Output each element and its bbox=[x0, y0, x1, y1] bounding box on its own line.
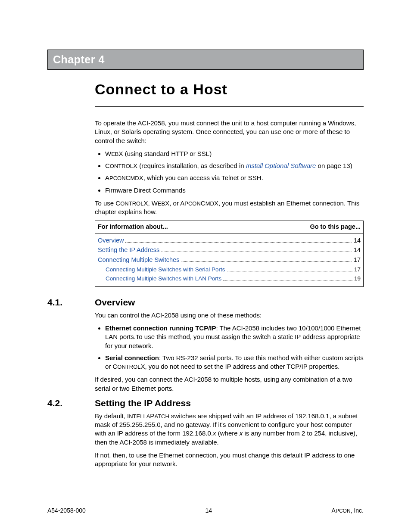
toc-body: Overview14Setting the IP Address14Connec… bbox=[95, 233, 363, 286]
paragraph: You can control the ACI-2058 using one o… bbox=[95, 311, 364, 320]
toc-row: Setting the IP Address14 bbox=[98, 246, 361, 255]
text-sc: ONTROL bbox=[110, 163, 133, 169]
text-sc: PCON bbox=[336, 508, 351, 514]
section-heading-4-1: 4.1. Overview bbox=[47, 297, 364, 308]
text: X, you do not need to set the IP address… bbox=[141, 363, 340, 370]
toc-page-number: 17 bbox=[354, 266, 361, 274]
text: X (using standard HTTP or SSL) bbox=[119, 150, 212, 157]
text-sc: MD bbox=[130, 175, 139, 181]
text-sc: MD bbox=[206, 200, 214, 207]
text-sc: ONTROL bbox=[117, 364, 140, 370]
paragraph: By default, INTELLAPATCH switches are sh… bbox=[95, 412, 364, 447]
toc-leader-dots bbox=[223, 276, 352, 280]
footer-page-number: 14 bbox=[205, 507, 212, 514]
section-number: 4.1. bbox=[47, 297, 95, 308]
section-title: Setting the IP Address bbox=[95, 398, 191, 408]
text-sc: NTELLA bbox=[129, 413, 150, 420]
text: C bbox=[105, 162, 110, 169]
document-page: Chapter 4 Connect to a Host To operate t… bbox=[0, 0, 411, 532]
toc-row: Connecting Multiple Switches with Serial… bbox=[98, 266, 361, 274]
footer-company: APCON, Inc. bbox=[332, 507, 364, 514]
bold-text: Ethernet connection running TCP/IP bbox=[105, 324, 216, 332]
toc-row: Overview14 bbox=[98, 236, 361, 245]
section-number: 4.2. bbox=[47, 398, 95, 408]
text: X (requires installation, as described i… bbox=[133, 162, 246, 169]
toc-link[interactable]: Overview bbox=[98, 236, 124, 245]
toc-page-number: 14 bbox=[354, 246, 361, 255]
toc-leader-dots bbox=[125, 237, 352, 243]
text-sc: PCON bbox=[109, 175, 126, 181]
list-item: CONTROLX (requires installation, as desc… bbox=[105, 162, 364, 170]
paragraph: If desired, you can connect the ACI-2058… bbox=[95, 375, 364, 393]
toc-leader-dots bbox=[227, 267, 352, 271]
text-sc: EB bbox=[111, 151, 118, 157]
toc-header: For information about... Go to this page… bbox=[95, 221, 363, 233]
mini-toc: For information about... Go to this page… bbox=[95, 221, 364, 287]
text: , Inc. bbox=[351, 507, 364, 514]
list-item: Serial connection: Two RS-232 serial por… bbox=[105, 354, 364, 371]
intro-paragraph: To operate the ACI-2058, you must connec… bbox=[95, 119, 364, 145]
toc-leader-dots bbox=[181, 257, 352, 262]
text: X, which you can access via Telnet or SS… bbox=[139, 174, 263, 181]
toc-page-number: 14 bbox=[354, 236, 361, 245]
text: A bbox=[105, 174, 109, 181]
text: (where bbox=[216, 429, 240, 437]
bold-text: Serial connection bbox=[105, 354, 159, 361]
paragraph: If not, then, to use the Ethernet connec… bbox=[95, 451, 364, 469]
section-4-1-body: You can control the ACI-2058 using one o… bbox=[95, 311, 364, 393]
footer-doc-id: A54-2058-000 bbox=[47, 507, 86, 514]
toc-link[interactable]: Connecting Multiple Switches with Serial… bbox=[106, 266, 225, 274]
list-item: Ethernet connection running TCP/IP: The … bbox=[105, 324, 364, 350]
intro-block: To operate the ACI-2058, you must connec… bbox=[95, 119, 364, 287]
text-sc: EB bbox=[158, 200, 165, 207]
toc-header-right: Go to this page... bbox=[310, 223, 361, 231]
chapter-title: Connect to a Host bbox=[95, 81, 364, 98]
method-list: Ethernet connection running TCP/IP: The … bbox=[95, 324, 364, 371]
toc-link[interactable]: Connecting Multiple Switches bbox=[98, 256, 179, 264]
text-sc: PCON bbox=[184, 200, 201, 207]
text: P bbox=[150, 412, 154, 420]
text: X, W bbox=[143, 199, 158, 207]
section-heading-4-2: 4.2. Setting the IP Address bbox=[47, 398, 364, 408]
list-item: Firmware Direct Commands bbox=[105, 186, 364, 195]
section-4-2-body: By default, INTELLAPATCH switches are sh… bbox=[95, 412, 364, 469]
toc-page-number: 17 bbox=[354, 256, 361, 264]
text: W bbox=[105, 150, 111, 157]
intro-bullet-list: WEBX (using standard HTTP or SSL) CONTRO… bbox=[95, 149, 364, 195]
toc-link[interactable]: Connecting Multiple Switches with LAN Po… bbox=[106, 275, 221, 283]
toc-link[interactable]: Setting the IP Address bbox=[98, 246, 159, 255]
toc-leader-dots bbox=[161, 247, 352, 252]
text-sc: ONTROL bbox=[120, 200, 143, 207]
text: X, or A bbox=[165, 199, 184, 207]
toc-row: Connecting Multiple Switches with LAN Po… bbox=[98, 275, 361, 283]
list-item: WEBX (using standard HTTP or SSL) bbox=[105, 149, 364, 158]
toc-header-left: For information about... bbox=[98, 223, 168, 231]
text: To use C bbox=[95, 199, 120, 207]
toc-page-number: 19 bbox=[354, 275, 361, 283]
intro-paragraph-2: To use CONTROLX, WEBX, or APCONCMDX, you… bbox=[95, 199, 364, 217]
section-title: Overview bbox=[95, 297, 135, 308]
text: C bbox=[201, 199, 206, 207]
page-footer: A54-2058-000 14 APCON, Inc. bbox=[47, 507, 364, 514]
text: A bbox=[332, 507, 336, 514]
list-item: APCONCMDX, which you can access via Teln… bbox=[105, 174, 364, 182]
chapter-band: Chapter 4 bbox=[47, 50, 364, 70]
xref-link[interactable]: Install Optional Software bbox=[246, 162, 316, 169]
title-rule bbox=[95, 106, 364, 107]
text: on page 13) bbox=[316, 162, 352, 169]
text: C bbox=[126, 174, 131, 181]
text: By default, I bbox=[95, 412, 129, 420]
italic-text: x bbox=[213, 429, 216, 437]
toc-row: Connecting Multiple Switches17 bbox=[98, 256, 361, 264]
text-sc: ATCH bbox=[154, 413, 169, 420]
